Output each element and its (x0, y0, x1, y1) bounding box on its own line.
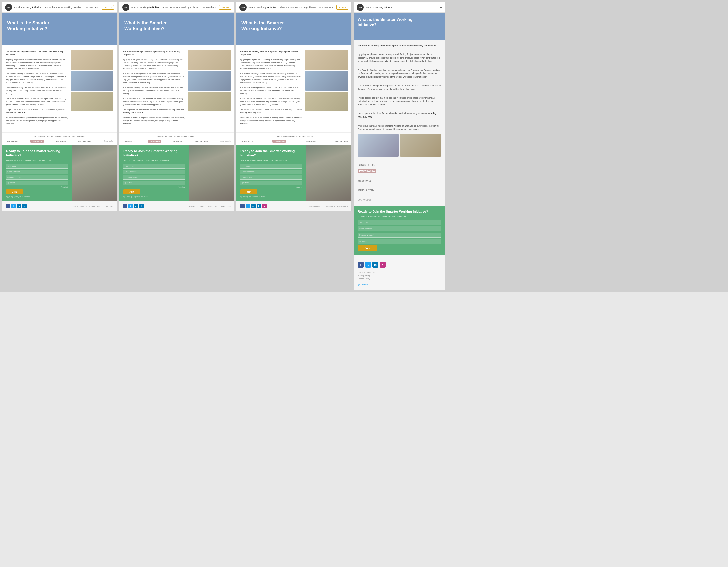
join-people-image-1 (72, 145, 117, 201)
join-terms-2: By joining, you agree to our terms. (123, 196, 185, 197)
join-twitter-input-2[interactable] (123, 181, 185, 185)
content-p4-3: The Flexible Working Law was passed in t… (240, 86, 302, 95)
navbar-1: swi smarter working initiative About the… (2, 2, 117, 13)
panel4-join-company[interactable] (358, 233, 441, 238)
footer-privacy-2[interactable]: Privacy Policy (207, 205, 218, 207)
join-name-input-2[interactable] (123, 164, 185, 169)
join-title-3: Ready to Join the Smarter Working Initia… (240, 149, 302, 158)
join-company-input-3[interactable] (240, 175, 302, 180)
panel4-join-subtitle: With just a few details you can create y… (358, 215, 441, 217)
member-powwownow-2: Powwownow (148, 140, 161, 143)
social-facebook-2[interactable]: f (123, 204, 127, 208)
join-submit-btn-1[interactable]: Join (6, 189, 23, 194)
footer-cookie-3[interactable]: Cookie Policy (337, 205, 348, 207)
social-linkedin2-1[interactable]: li (22, 204, 27, 208)
panel4-member-mediacom: MEDIACOM (358, 189, 441, 192)
footer-privacy-3[interactable]: Privacy Policy (324, 205, 335, 207)
join-people-image-2 (189, 145, 234, 201)
join-btn-2[interactable]: Join Us (219, 5, 231, 10)
social-linkedin-2[interactable]: in (134, 204, 138, 208)
content-text-3: The Smarter Working Initiative is a push… (240, 50, 302, 127)
join-submit-btn-2[interactable]: Join (123, 189, 140, 194)
join-form-1 (6, 164, 68, 185)
social-facebook-1[interactable]: f (6, 204, 10, 208)
social-linkedin-1[interactable]: in (17, 204, 21, 208)
panel4-p6: We believe there are huge benefits to wo… (358, 124, 441, 131)
nav-members-1[interactable]: Our Members (85, 6, 98, 9)
panel4-member-phamedia: pha media (358, 198, 441, 201)
panel4-social-facebook[interactable]: f (358, 262, 364, 268)
hero-title-1: What is the Smarter Working Initiative? (7, 20, 62, 32)
panel4-member-branded3: BRANDED3 (358, 163, 441, 167)
panel4-social-instagram[interactable]: ● (380, 262, 386, 268)
join-twitter-input-3[interactable] (240, 181, 302, 185)
nav-members-3[interactable]: Our Members (319, 6, 333, 9)
hero-title-3: What is the Smarter Working Initiative? (241, 20, 297, 32)
navbar-links-2: About the Smarter Working Initiative Our… (162, 5, 231, 10)
join-name-input-3[interactable] (240, 164, 302, 169)
panel-2: swi smarter working initiative About the… (119, 2, 234, 211)
join-email-input-1[interactable] (6, 170, 68, 174)
social-linkedin2-3[interactable]: li (257, 204, 261, 208)
social-instagram-3[interactable]: ● (262, 204, 267, 208)
panel4-twitter-text[interactable]: @ Twitter (358, 283, 368, 286)
member-mediacom-3: MEDIACOM (335, 140, 348, 143)
panel4-social-twitter[interactable]: t (365, 262, 371, 268)
social-linkedin2-2[interactable]: li (139, 204, 144, 208)
logo-abbr-3: swi (241, 6, 245, 8)
nav-members-2[interactable]: Our Members (202, 6, 216, 9)
join-twitter-input-1[interactable] (6, 181, 68, 185)
footer-terms-1[interactable]: Terms & Conditions (72, 205, 87, 207)
panel4-join-email[interactable] (358, 226, 441, 231)
panel4-p3: The Flexible Working Law was passed in t… (358, 84, 441, 91)
panel4-join-twitter[interactable] (358, 239, 441, 244)
hero-3: What is the Smarter Working Initiative? (236, 13, 351, 45)
footer-terms-3[interactable]: Terms & Conditions (306, 205, 321, 207)
join-btn-3[interactable]: Join Us (336, 5, 348, 10)
content-p2-3: By giving employees the opportunity to w… (240, 58, 302, 70)
join-email-input-2[interactable] (123, 170, 185, 174)
navbar-logo-2: swi smarter working initiative (122, 4, 160, 11)
social-linkedin-3[interactable]: in (251, 204, 256, 208)
content-p6-3: Our proposal is for all staff to be allo… (240, 108, 302, 114)
content-image-1-3 (305, 50, 348, 70)
content-p4-2: The Flexible Working Law was passed in t… (123, 86, 185, 95)
social-twitter-1[interactable]: t (11, 204, 16, 208)
join-title-1: Ready to Join the Smarter Working Initia… (6, 149, 68, 158)
content-image-3-3 (305, 92, 348, 111)
join-email-input-3[interactable] (240, 170, 302, 174)
members-logos-2: BRANDED3 Powwownow Houstonin MEDIACOM ph… (123, 140, 231, 143)
join-btn-1[interactable]: Join Us (102, 5, 114, 10)
social-facebook-3[interactable]: f (240, 204, 245, 208)
nav-about-3[interactable]: About the Smarter Working Initiative (280, 6, 316, 9)
panel4-social-linkedin[interactable]: in (372, 262, 378, 268)
panel-4-members: BRANDED3 Powwownow Houstonin MEDIACOM ph… (354, 161, 445, 205)
content-section-3: The Smarter Working Initiative is a push… (236, 45, 351, 132)
content-image-1-2 (188, 50, 231, 70)
content-images-1 (71, 50, 113, 127)
social-twitter-3[interactable]: t (246, 204, 250, 208)
nav-about-1[interactable]: About the Smarter Working Initiative (45, 6, 81, 9)
join-company-input-2[interactable] (123, 175, 185, 180)
panel4-join-title: Ready to Join the Smarter Working Initia… (358, 210, 441, 214)
logo-text-3: smarter working initiative (248, 6, 277, 9)
footer-cookie-1[interactable]: Cookie Policy (103, 205, 113, 207)
panel4-join-btn[interactable]: Join (358, 245, 377, 251)
navbar-4: swi smarter working initiative ≡ (354, 2, 445, 13)
footer-privacy-1[interactable]: Privacy Policy (89, 205, 100, 207)
social-twitter-2[interactable]: t (128, 204, 133, 208)
join-submit-btn-3[interactable]: Join (240, 189, 257, 194)
join-form-area-2: Ready to Join the Smarter Working Initia… (119, 145, 189, 201)
footer-cookie-2[interactable]: Cookie Policy (220, 205, 231, 207)
panel4-footer: f t in ● Terms & Conditions Privacy Poli… (354, 255, 445, 290)
social-icons-2: f t in li (123, 204, 144, 208)
footer-terms-2[interactable]: Terms & Conditions (189, 205, 204, 207)
panel4-p4: This is despite the fact that most see t… (358, 96, 441, 107)
content-image-3-2 (188, 92, 231, 111)
join-section-2: Ready to Join the Smarter Working Initia… (119, 145, 234, 201)
hamburger-menu-4[interactable]: ≡ (440, 5, 442, 9)
join-name-input-1[interactable] (6, 164, 68, 169)
panel4-join-name[interactable] (358, 220, 441, 225)
join-company-input-1[interactable] (6, 175, 68, 180)
nav-about-2[interactable]: About the Smarter Working Initiative (162, 6, 198, 9)
